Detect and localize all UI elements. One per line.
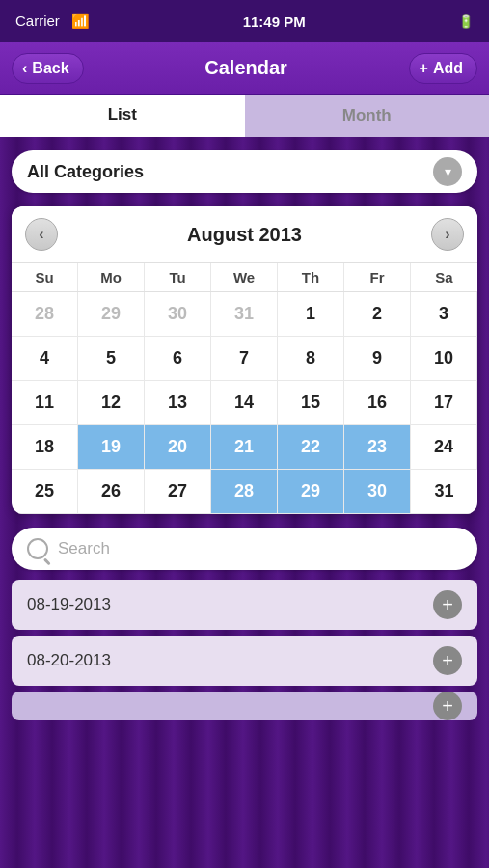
cal-day[interactable]: 27 — [145, 470, 211, 514]
carrier-wifi: Carrier 📶 — [15, 13, 90, 30]
search-icon — [27, 538, 48, 559]
search-placeholder: Search — [58, 539, 110, 558]
cal-day[interactable]: 18 — [12, 425, 78, 470]
page-title: Calendar — [204, 57, 287, 79]
cal-day[interactable]: 14 — [211, 381, 278, 425]
cal-day[interactable]: 5 — [78, 337, 145, 381]
battery-icon: 🔋 — [458, 14, 474, 29]
cal-day[interactable]: 6 — [145, 337, 211, 381]
add-label: Add — [433, 60, 463, 77]
tab-list[interactable]: List — [0, 95, 245, 137]
cal-day[interactable]: 3 — [411, 292, 477, 337]
category-label: All Categories — [27, 162, 144, 182]
cal-day[interactable]: 26 — [78, 470, 145, 514]
day-header-sa: Sa — [411, 263, 477, 291]
add-plus-icon: + — [420, 60, 428, 77]
cal-day[interactable]: 10 — [411, 337, 477, 381]
calendar-header: ‹ August 2013 › — [12, 206, 477, 262]
cal-day-highlighted[interactable]: 28 — [211, 470, 278, 514]
prev-month-button[interactable]: ‹ — [25, 218, 58, 251]
list-item[interactable]: 08-19-2013 + — [12, 580, 477, 630]
day-header-mo: Mo — [78, 263, 145, 291]
day-header-tu: Tu — [145, 263, 211, 291]
list-item-add-button[interactable]: + — [433, 692, 462, 720]
cal-day[interactable]: 8 — [278, 337, 344, 381]
back-chevron-icon: ‹ — [22, 60, 27, 77]
cal-day[interactable]: 28 — [12, 292, 78, 337]
list-item-partial[interactable]: + — [12, 692, 477, 720]
add-button[interactable]: + Add — [409, 53, 477, 84]
tab-bar: List Month — [0, 95, 489, 137]
cal-day-highlighted[interactable]: 19 — [78, 425, 145, 470]
cal-day-highlighted[interactable]: 20 — [145, 425, 211, 470]
cal-day[interactable]: 17 — [411, 381, 477, 425]
cal-day-highlighted[interactable]: 22 — [278, 425, 344, 470]
list-item[interactable]: 08-20-2013 + — [12, 636, 477, 686]
cal-day[interactable]: 31 — [411, 470, 477, 514]
cal-day[interactable]: 2 — [344, 292, 411, 337]
tab-list-label: List — [108, 105, 137, 124]
main-content: All Categories ▾ ‹ August 2013 › Su Mo T… — [0, 137, 489, 868]
next-month-button[interactable]: › — [431, 218, 464, 251]
back-label: Back — [32, 60, 68, 77]
day-header-we: We — [211, 263, 278, 291]
cal-day[interactable]: 4 — [12, 337, 78, 381]
cal-day[interactable]: 12 — [78, 381, 145, 425]
cal-day[interactable]: 7 — [211, 337, 278, 381]
cal-day[interactable]: 15 — [278, 381, 344, 425]
cal-day[interactable]: 16 — [344, 381, 411, 425]
category-dropdown[interactable]: All Categories ▾ — [12, 150, 477, 193]
cal-day[interactable]: 25 — [12, 470, 78, 514]
cal-day[interactable]: 30 — [145, 292, 211, 337]
day-header-su: Su — [12, 263, 78, 291]
status-bar: Carrier 📶 11:49 PM 🔋 — [0, 0, 489, 42]
list-item-date: 08-20-2013 — [27, 651, 111, 670]
tab-month-label: Month — [342, 106, 392, 125]
cal-day[interactable]: 13 — [145, 381, 211, 425]
back-button[interactable]: ‹ Back — [12, 53, 84, 84]
day-headers: Su Mo Tu We Th Fr Sa — [12, 262, 477, 291]
cal-day-highlighted[interactable]: 30 — [344, 470, 411, 514]
calendar-grid: 28 29 30 31 1 2 3 4 5 6 7 8 9 10 11 12 1… — [12, 291, 477, 514]
cal-day-highlighted[interactable]: 21 — [211, 425, 278, 470]
calendar: ‹ August 2013 › Su Mo Tu We Th Fr Sa 28 … — [12, 206, 477, 514]
wifi-icon: 📶 — [71, 13, 90, 29]
cal-day-highlighted[interactable]: 23 — [344, 425, 411, 470]
cal-day[interactable]: 31 — [211, 292, 278, 337]
list-item-add-button[interactable]: + — [433, 590, 462, 619]
cal-day[interactable]: 9 — [344, 337, 411, 381]
calendar-month-title: August 2013 — [187, 224, 302, 246]
search-bar[interactable]: Search — [12, 528, 477, 570]
status-icons: 🔋 — [458, 14, 474, 29]
tab-month[interactable]: Month — [245, 95, 490, 137]
nav-bar: ‹ Back Calendar + Add — [0, 42, 489, 95]
cal-day[interactable]: 11 — [12, 381, 78, 425]
day-header-th: Th — [278, 263, 344, 291]
status-time: 11:49 PM — [243, 14, 306, 30]
cal-day[interactable]: 24 — [411, 425, 477, 470]
day-header-fr: Fr — [344, 263, 411, 291]
list-item-add-button[interactable]: + — [433, 646, 462, 675]
cal-day[interactable]: 1 — [278, 292, 344, 337]
list-item-date: 08-19-2013 — [27, 595, 111, 614]
carrier-label: Carrier — [15, 13, 60, 29]
cal-day[interactable]: 29 — [78, 292, 145, 337]
dropdown-arrow-icon: ▾ — [433, 157, 462, 186]
cal-day-highlighted[interactable]: 29 — [278, 470, 344, 514]
